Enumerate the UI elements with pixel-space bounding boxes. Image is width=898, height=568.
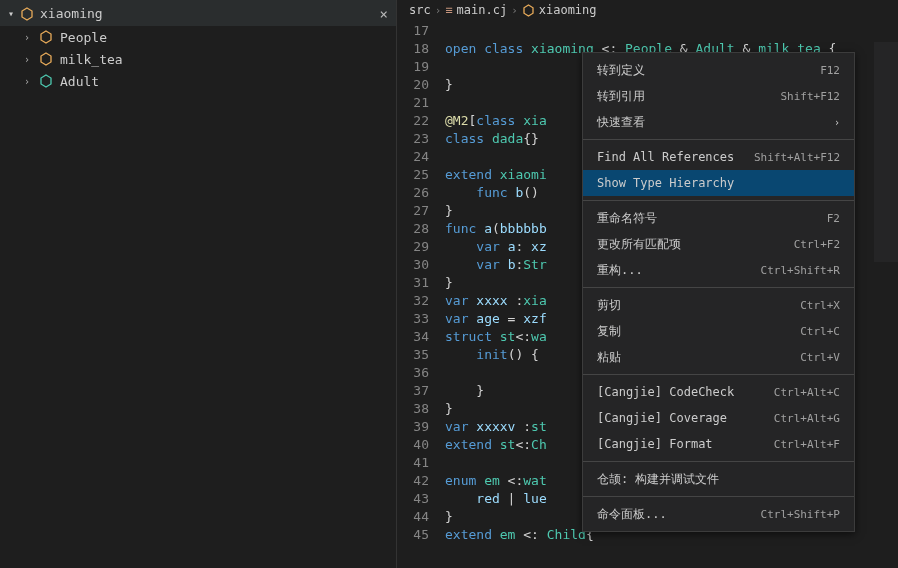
outline-item-milk_tea[interactable]: ›milk_tea	[0, 48, 396, 70]
outline-title: xiaoming	[40, 6, 103, 21]
menu-separator	[583, 374, 854, 375]
svg-marker-1	[41, 31, 51, 43]
chevron-right-icon: ›	[24, 54, 34, 65]
menu-item[interactable]: Show Type Hierarchy	[583, 170, 854, 196]
menu-item[interactable]: 仓颉: 构建并调试文件	[583, 466, 854, 492]
menu-label: 仓颉: 构建并调试文件	[597, 471, 719, 488]
shortcut: F12	[820, 64, 840, 77]
chevron-down-icon: ▾	[8, 8, 14, 19]
outline-item-label: milk_tea	[60, 52, 123, 67]
class-icon	[38, 30, 54, 44]
menu-item[interactable]: 转到引用Shift+F12	[583, 83, 854, 109]
chevron-right-icon: ›	[24, 32, 34, 43]
context-menu: 转到定义F12转到引用Shift+F12快速查看›Find All Refere…	[582, 52, 855, 532]
menu-label: 更改所有匹配项	[597, 236, 681, 253]
shortcut: Ctrl+Shift+R	[761, 264, 840, 277]
outline-tree: ▾ xiaoming × ›People›milk_tea›Adult	[0, 0, 397, 568]
menu-separator	[583, 461, 854, 462]
menu-item[interactable]: 剪切Ctrl+X	[583, 292, 854, 318]
menu-label: 复制	[597, 323, 621, 340]
svg-marker-4	[524, 5, 533, 16]
menu-label: 快速查看	[597, 114, 645, 131]
close-icon[interactable]: ×	[380, 6, 388, 22]
menu-label: 粘贴	[597, 349, 621, 366]
class-icon	[20, 7, 34, 21]
menu-label: 重构...	[597, 262, 643, 279]
menu-label: [Cangjie] CodeCheck	[597, 385, 734, 399]
outline-item-adult[interactable]: ›Adult	[0, 70, 396, 92]
shortcut: Ctrl+C	[800, 325, 840, 338]
menu-label: [Cangjie] Format	[597, 437, 713, 451]
crumb-folder[interactable]: src›	[409, 3, 445, 17]
shortcut: Ctrl+Alt+F	[774, 438, 840, 451]
menu-label: 命令面板...	[597, 506, 667, 523]
menu-item[interactable]: [Cangjie] CodeCheckCtrl+Alt+C	[583, 379, 854, 405]
menu-separator	[583, 287, 854, 288]
outline-header[interactable]: ▾ xiaoming ×	[0, 0, 396, 26]
menu-item[interactable]: 转到定义F12	[583, 57, 854, 83]
chevron-right-icon: ›	[24, 76, 34, 87]
crumb-symbol[interactable]: xiaoming	[522, 3, 597, 17]
menu-separator	[583, 496, 854, 497]
svg-marker-0	[22, 8, 32, 20]
menu-separator	[583, 200, 854, 201]
menu-label: [Cangjie] Coverage	[597, 411, 727, 425]
menu-item[interactable]: [Cangjie] FormatCtrl+Alt+F	[583, 431, 854, 457]
outline-item-people[interactable]: ›People	[0, 26, 396, 48]
menu-item[interactable]: 快速查看›	[583, 109, 854, 135]
menu-label: 剪切	[597, 297, 621, 314]
menu-item[interactable]: 命令面板...Ctrl+Shift+P	[583, 501, 854, 527]
shortcut: Ctrl+Shift+P	[761, 508, 840, 521]
svg-marker-2	[41, 53, 51, 65]
menu-label: Show Type Hierarchy	[597, 176, 734, 190]
struct-icon	[38, 74, 54, 88]
crumb-file[interactable]: ≡ main.cj›	[445, 3, 521, 17]
shortcut: Ctrl+V	[800, 351, 840, 364]
menu-item[interactable]: 重命名符号F2	[583, 205, 854, 231]
chevron-right-icon: ›	[834, 117, 840, 128]
file-icon: ≡	[445, 3, 452, 17]
class-icon	[522, 4, 535, 17]
menu-item[interactable]: 粘贴Ctrl+V	[583, 344, 854, 370]
menu-item[interactable]: 更改所有匹配项Ctrl+F2	[583, 231, 854, 257]
outline-item-label: Adult	[60, 74, 99, 89]
svg-marker-3	[41, 75, 51, 87]
shortcut: F2	[827, 212, 840, 225]
shortcut: Shift+F12	[780, 90, 840, 103]
breadcrumbs[interactable]: src› ≡ main.cj› xiaoming	[397, 0, 898, 20]
shortcut: Ctrl+X	[800, 299, 840, 312]
shortcut: Ctrl+Alt+C	[774, 386, 840, 399]
menu-label: 转到定义	[597, 62, 645, 79]
menu-item[interactable]: Find All ReferencesShift+Alt+F12	[583, 144, 854, 170]
menu-label: 重命名符号	[597, 210, 657, 227]
menu-item[interactable]: [Cangjie] CoverageCtrl+Alt+G	[583, 405, 854, 431]
menu-label: Find All References	[597, 150, 734, 164]
shortcut: Ctrl+Alt+G	[774, 412, 840, 425]
outline-item-label: People	[60, 30, 107, 45]
menu-separator	[583, 139, 854, 140]
class-icon	[38, 52, 54, 66]
menu-label: 转到引用	[597, 88, 645, 105]
menu-item[interactable]: 复制Ctrl+C	[583, 318, 854, 344]
shortcut: Ctrl+F2	[794, 238, 840, 251]
menu-item[interactable]: 重构...Ctrl+Shift+R	[583, 257, 854, 283]
shortcut: Shift+Alt+F12	[754, 151, 840, 164]
line-gutter: 1718192021222324252627282930313233343536…	[397, 20, 445, 568]
